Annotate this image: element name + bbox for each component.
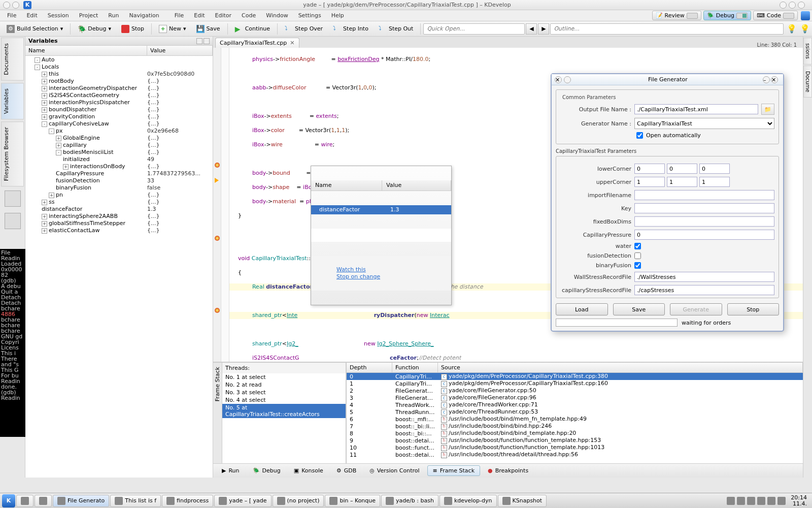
tray-icon[interactable] — [767, 497, 775, 505]
var-row[interactable]: +ss{...} — [25, 198, 213, 205]
stop-button[interactable]: Stop — [117, 23, 149, 35]
dlg-menu[interactable] — [564, 76, 571, 83]
menu-run[interactable]: Run — [103, 11, 124, 20]
new-button[interactable]: New▾ — [154, 23, 191, 35]
task-item[interactable]: yade/b : bash — [381, 495, 438, 507]
kde-menu-icon[interactable] — [801, 11, 810, 20]
var-row[interactable]: -capillaryCohesiveLaw{...} — [25, 120, 213, 127]
thread-row[interactable]: No. 4 at select — [222, 396, 346, 404]
binary-checkbox[interactable] — [634, 262, 641, 269]
menu-file[interactable]: File — [2, 11, 21, 20]
var-row[interactable]: -bodiesMenisciiList{...} — [25, 148, 213, 155]
var-row[interactable]: initialized49 — [25, 155, 213, 163]
step-out-button[interactable]: Step Out — [374, 23, 418, 35]
var-row[interactable]: -Auto — [25, 56, 213, 63]
load-button[interactable]: Load — [556, 303, 608, 315]
quicklaunch-2[interactable] — [35, 495, 52, 507]
stop-button2[interactable]: Stop — [727, 303, 780, 315]
upper-z[interactable] — [699, 177, 730, 187]
thread-row[interactable]: No. 3 at select — [222, 389, 346, 396]
lower-y[interactable] — [667, 164, 697, 174]
stop-on-change-link[interactable]: Stop on change — [336, 273, 380, 280]
var-row[interactable]: distanceFactor1.3 — [25, 205, 213, 212]
file-tab[interactable]: CapillaryTriaxialTest.cpp ✕ — [215, 38, 299, 48]
hint-icon-2[interactable] — [800, 24, 810, 34]
task-item[interactable]: This list is f — [110, 495, 161, 507]
menu-navigation[interactable]: Navigation — [124, 11, 164, 20]
var-row[interactable]: fusionDetection33 — [25, 177, 213, 184]
clock[interactable]: 20:1411.4. — [788, 495, 810, 507]
frame-stack-vtab[interactable]: Frame Stack — [213, 363, 222, 463]
stack-list[interactable]: 0CapillaryTriaxi...cyade/pkg/dem/PreProc… — [347, 373, 803, 463]
stack-row[interactable]: 2FileGenerator::...cyade/core/FileGenera… — [347, 387, 803, 394]
menu-help[interactable]: Help — [326, 11, 349, 20]
upper-y[interactable] — [667, 177, 697, 187]
stack-row[interactable]: 0CapillaryTriaxi...cyade/pkg/dem/PreProc… — [347, 373, 803, 380]
stack-row[interactable]: 11boost::detail::...h/usr/include/boost/… — [347, 451, 803, 458]
stack-row[interactable]: 3FileGenerator::...cyade/core/FileGenera… — [347, 394, 803, 401]
var-row[interactable]: +gravityCondition{...} — [25, 113, 213, 120]
var-row[interactable]: +elasticContactLaw{...} — [25, 227, 213, 234]
mode-review[interactable]: 📝Review — [652, 11, 701, 20]
col-function[interactable]: Function — [392, 363, 438, 372]
lower-z[interactable] — [699, 164, 730, 174]
btn-debug2[interactable]: 🪲Debug — [247, 465, 286, 476]
minimize-button[interactable] — [780, 2, 787, 9]
kmenu-button[interactable]: K — [2, 494, 15, 507]
dock-icon-2[interactable] — [5, 213, 21, 229]
menu-settings[interactable]: Settings — [293, 11, 326, 20]
tab-sessions[interactable]: ssions — [803, 38, 812, 65]
var-row[interactable]: +rootBody{...} — [25, 77, 213, 84]
menu-session[interactable]: Session — [43, 11, 74, 20]
col-value[interactable]: Value — [147, 46, 213, 55]
gen-name-select[interactable]: CapillaryTriaxialTest — [634, 118, 774, 129]
task-item[interactable]: (no project) — [273, 495, 324, 507]
menu-code[interactable]: Code — [236, 11, 261, 20]
mode-debug[interactable]: 🪲Debug — [703, 11, 751, 20]
generate-button[interactable]: Generate — [670, 303, 722, 315]
menu-edit2[interactable]: Edit — [189, 11, 210, 20]
stack-row[interactable]: 10boost::functio...h/usr/include/boost/f… — [347, 444, 803, 451]
thread-row[interactable]: No. 5 at CapillaryTriaxialTest::createAc… — [222, 404, 346, 418]
menu-project[interactable]: Project — [74, 11, 104, 20]
thread-row[interactable]: No. 1 at select — [222, 373, 346, 381]
tray-icon[interactable] — [757, 497, 765, 505]
var-row[interactable]: +this0x7fe5bc0908d0 — [25, 70, 213, 77]
tab-documents[interactable]: Documents — [1, 38, 24, 81]
panel-close-button[interactable] — [204, 38, 210, 44]
fusion-checkbox[interactable] — [634, 252, 641, 259]
menu-file2[interactable]: File — [170, 11, 189, 20]
water-checkbox[interactable] — [634, 243, 641, 249]
btn-gdb[interactable]: ⚙GDB — [331, 465, 362, 476]
tray-icon[interactable] — [737, 497, 745, 505]
dock-icon-1[interactable] — [5, 190, 21, 207]
stack-row[interactable]: 9boost::detail::...h/usr/include/boost/f… — [347, 437, 803, 444]
hint-icon[interactable] — [787, 24, 797, 34]
task-item[interactable]: findprocess — [162, 495, 213, 507]
stack-row[interactable]: 6boost::_mfi::...h/usr/include/boost/bin… — [347, 416, 803, 423]
tab-variables[interactable]: Variables — [1, 83, 24, 119]
threads-list[interactable]: No. 1 at selectNo. 2 at readNo. 3 at sel… — [222, 373, 346, 463]
close-button[interactable] — [798, 2, 805, 9]
btn-run[interactable]: ▶Run — [216, 465, 245, 476]
dlg-close[interactable]: ✕ — [771, 76, 778, 83]
browse-button[interactable]: 📁 — [761, 104, 774, 115]
var-row[interactable]: +interactionsOnBody{...} — [25, 163, 213, 170]
var-row[interactable]: binaryFusionfalse — [25, 184, 213, 191]
var-row[interactable]: CapillaryPressure1.774837279563... — [25, 170, 213, 177]
stack-row[interactable]: 1CapillaryTriaxi...cyade/pkg/dem/PreProc… — [347, 380, 803, 387]
var-row[interactable]: -px0x2e96e68 — [25, 127, 213, 134]
step-over-button[interactable]: Step Over — [280, 23, 327, 35]
maximize-button[interactable] — [789, 2, 796, 9]
var-row[interactable]: +pn{...} — [25, 191, 213, 198]
btn-vc[interactable]: ◎Version Control — [364, 465, 425, 476]
mode-code[interactable]: ⌨Code — [753, 11, 798, 20]
window-menu-button[interactable] — [3, 2, 10, 9]
fold-gutter[interactable] — [221, 48, 229, 362]
var-row[interactable]: +globalStiffnessTimeStepper{...} — [25, 219, 213, 227]
var-row[interactable]: +interactingSphere2AABB{...} — [25, 212, 213, 219]
save-button[interactable]: Save — [192, 23, 225, 35]
stack-row[interactable]: 7boost::_bi::list...h/usr/include/boost/… — [347, 423, 803, 430]
quick-open-input[interactable] — [423, 23, 525, 35]
stack-row[interactable]: 5ThreadRunner:...cyade/core/ThreadRunner… — [347, 408, 803, 416]
